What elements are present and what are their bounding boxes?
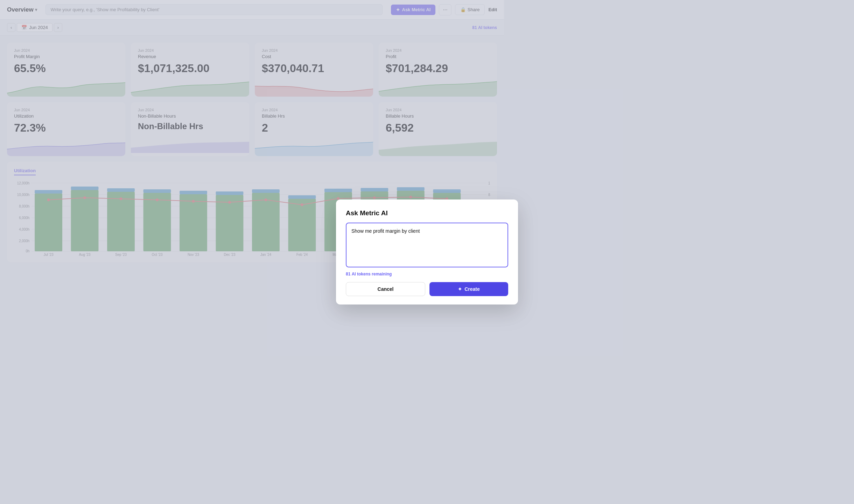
sparkle-icon: ✦: [458, 286, 462, 292]
tokens-suffix: AI tokens remaining: [352, 272, 392, 276]
tokens-count: 81: [346, 272, 350, 276]
cancel-button[interactable]: Cancel: [346, 282, 425, 296]
create-label: Create: [464, 286, 480, 292]
modal-title: Ask Metric AI: [346, 209, 504, 217]
modal-overlay[interactable]: Ask Metric AI Show me profit margin by c…: [0, 0, 504, 315]
modal-tokens-info: 81 AI tokens remaining: [346, 272, 504, 276]
create-button[interactable]: ✦ Create: [429, 282, 504, 296]
modal-actions: Cancel ✦ Create: [346, 282, 504, 296]
ask-ai-modal: Ask Metric AI Show me profit margin by c…: [336, 200, 504, 304]
modal-query-input[interactable]: Show me profit margin by client: [346, 223, 504, 267]
